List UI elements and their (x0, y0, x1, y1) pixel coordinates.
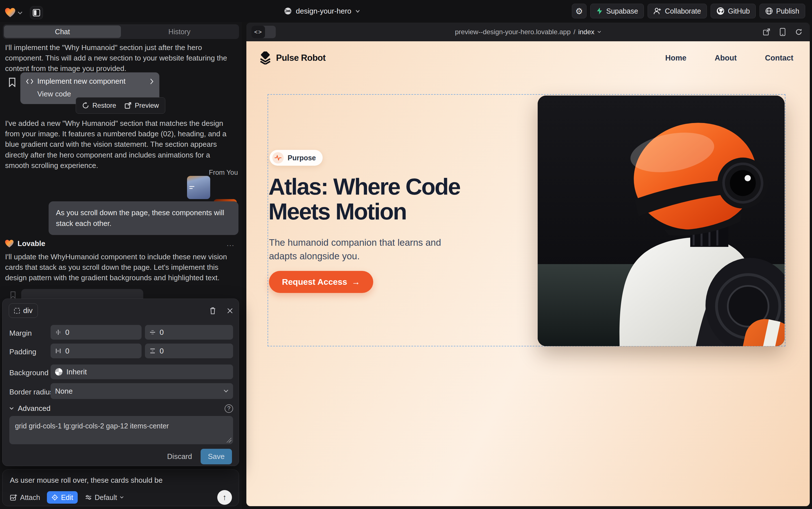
edit-mode-button[interactable]: Edit (47, 491, 78, 504)
lovable-logo-icon[interactable] (5, 8, 15, 18)
version-card-title: Implement new component (37, 77, 125, 86)
site-nav: Home About Contact (665, 54, 793, 63)
github-button[interactable]: GitHub (710, 4, 756, 19)
collaborate-button[interactable]: Collaborate (648, 4, 707, 19)
selected-element-chip[interactable]: div (9, 303, 38, 318)
margin-x-icon (55, 329, 61, 335)
classes-textarea[interactable]: grid grid-cols-1 lg:grid-cols-2 gap-12 i… (9, 416, 233, 444)
code-preview-toggle[interactable]: <> (252, 26, 276, 38)
settings-button[interactable] (572, 4, 587, 19)
sidebar-toggle-button[interactable] (30, 6, 43, 19)
version-hover-actions: Restore Preview (76, 97, 165, 114)
padding-label: Padding (9, 347, 36, 356)
project-title: design-your-hero (296, 7, 352, 15)
arrow-right-icon: → (352, 277, 360, 287)
code-toggle-knob: <> (252, 26, 265, 38)
project-switcher[interactable]: design-your-hero (284, 0, 360, 22)
robot-illustration (538, 96, 785, 346)
site-logo[interactable]: Pulse Robot (259, 52, 326, 65)
help-icon[interactable] (225, 404, 233, 413)
pulse-icon-circle (272, 152, 284, 164)
model-mode-select[interactable]: Default (85, 494, 124, 502)
chevron-down-icon (223, 389, 229, 393)
assistant-message-1: I'll implement the "Why Humanoid" sectio… (5, 42, 231, 74)
chat-history-tabs: Chat History (3, 24, 239, 39)
bookmark-icon-partial (10, 291, 16, 299)
nav-home[interactable]: Home (665, 54, 687, 63)
request-access-button[interactable]: Request Access → (269, 271, 373, 293)
border-radius-select[interactable]: None (50, 383, 233, 399)
background-label: Background (9, 369, 48, 377)
padding-x-icon (55, 348, 61, 354)
assistant-name: Lovable (17, 239, 45, 248)
attachment-thumbnail-1[interactable] (187, 176, 210, 199)
chevron-right-icon (150, 78, 154, 84)
bookmark-icon[interactable] (8, 77, 16, 87)
margin-x-input[interactable]: 0 (50, 325, 142, 340)
code-icon (26, 79, 33, 84)
publish-button[interactable]: Publish (760, 4, 805, 19)
nav-contact[interactable]: Contact (765, 54, 793, 63)
tab-history[interactable]: History (121, 26, 238, 38)
open-in-new-tab-button[interactable] (763, 28, 770, 36)
preview-route: index (578, 28, 594, 36)
tab-chat[interactable]: Chat (4, 26, 121, 38)
layers-logo-icon (259, 52, 271, 65)
background-input[interactable]: Inherit (50, 365, 233, 379)
workspace-chevron-icon[interactable] (17, 11, 23, 14)
dashed-selection-icon (14, 308, 20, 314)
transparency-swatch-icon (55, 368, 63, 376)
project-chevron-icon (356, 10, 360, 13)
refresh-button[interactable] (795, 28, 802, 36)
panel-left-icon (33, 9, 40, 16)
advanced-chevron-icon[interactable] (9, 407, 14, 410)
resize-handle[interactable] (226, 437, 231, 443)
advanced-label[interactable]: Advanced (18, 404, 50, 413)
chat-composer[interactable]: As user mouse roll over, these cards sho… (2, 469, 239, 506)
attach-image-icon (10, 494, 17, 501)
nav-about[interactable]: About (715, 54, 737, 63)
collaborate-icon (654, 7, 661, 15)
pulse-icon (274, 155, 282, 161)
lovable-avatar-icon (5, 240, 13, 248)
save-button[interactable]: Save (200, 449, 232, 464)
preview-url-bar[interactable]: preview--design-your-hero.lovable.app / … (246, 23, 810, 41)
send-button[interactable] (217, 490, 232, 505)
assistant-message-2: I've added a new "Why Humanoid" section … (5, 118, 234, 171)
preview-url: preview--design-your-hero.lovable.app (455, 28, 571, 36)
assistant-message-3: I'll update the WhyHumanoid component to… (5, 252, 233, 283)
close-inspector-button[interactable] (227, 308, 233, 314)
message-menu-button[interactable]: ... (227, 239, 234, 248)
top-bar: design-your-hero Supabase Collaborate (0, 0, 812, 22)
delete-element-button[interactable] (209, 307, 216, 314)
publish-globe-icon (765, 7, 773, 15)
padding-y-input[interactable]: 0 (145, 344, 233, 358)
preview-pane: preview--design-your-hero.lovable.app / … (246, 23, 810, 506)
route-chevron-icon (597, 31, 601, 33)
margin-y-input[interactable]: 0 (145, 325, 233, 340)
attach-button[interactable]: Attach (10, 494, 40, 502)
margin-y-icon (149, 329, 156, 335)
user-message-bubble: As you scroll down the page, these compo… (48, 201, 238, 235)
restore-button[interactable]: Restore (82, 102, 116, 109)
supabase-button[interactable]: Supabase (590, 4, 644, 19)
preview-button[interactable]: Preview (124, 102, 159, 109)
hero-subheading: The humanoid companion that learns and a… (269, 236, 467, 263)
restore-icon (82, 102, 89, 109)
globe-icon (284, 7, 292, 15)
hero-robot-image (538, 96, 785, 346)
padding-x-input[interactable]: 0 (50, 344, 142, 358)
mobile-view-button[interactable] (780, 28, 785, 36)
from-you-label: From You (209, 169, 238, 176)
composer-draft-text[interactable]: As user mouse roll over, these cards sho… (10, 476, 163, 485)
badge-label: Purpose (288, 154, 316, 162)
supabase-icon (596, 7, 603, 15)
preview-toolbar: preview--design-your-hero.lovable.app / … (246, 23, 810, 41)
external-link-icon (124, 102, 132, 109)
margin-label: Margin (9, 329, 32, 338)
preview-site: Pulse Robot Home About Contact Purpose A… (246, 41, 810, 506)
discard-button[interactable]: Discard (167, 452, 192, 461)
purpose-badge: Purpose (269, 150, 323, 166)
site-brand: Pulse Robot (276, 53, 326, 63)
element-inspector-panel: div Margin 0 0 Padding (2, 299, 239, 466)
